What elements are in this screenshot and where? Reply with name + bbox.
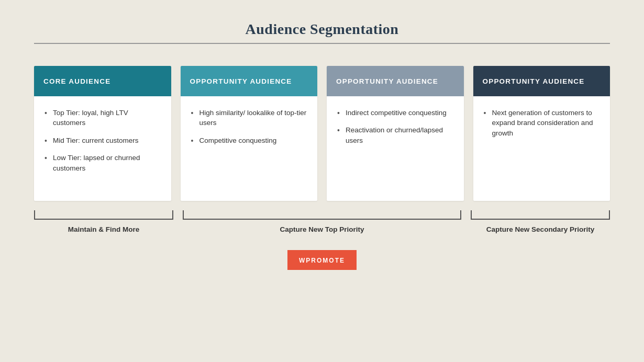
card-header-opp3: OPPORTUNITY AUDIENCE — [473, 66, 610, 96]
card-opp3: OPPORTUNITY AUDIENCE Next generation of … — [473, 66, 610, 201]
bracket-group-1: Maintain & Find More — [34, 210, 173, 235]
list-item: Low Tier: lapsed or churned customers — [45, 153, 161, 173]
list-item: Top Tier: loyal, high LTV customers — [45, 108, 161, 128]
bracket-line-1 — [34, 210, 173, 220]
brackets-row: Maintain & Find More Capture New Top Pri… — [34, 210, 610, 235]
card-bullets-opp2: Indirect competitive conquesting Reactiv… — [337, 108, 453, 146]
list-item: Mid Tier: current customers — [45, 135, 161, 146]
card-opp1: OPPORTUNITY AUDIENCE High similarity/ lo… — [181, 66, 318, 201]
list-item: Reactivation or churned/lapsed users — [337, 125, 453, 145]
card-bullets-opp3: Next generation of customers to expand b… — [484, 108, 600, 139]
bracket-line-2 — [183, 210, 461, 220]
card-bullets-opp1: High similarity/ lookalike of top-tier u… — [191, 108, 307, 146]
card-header-core-label: CORE AUDIENCE — [43, 77, 110, 85]
title-divider — [34, 43, 610, 44]
wpromote-badge: WPROMOTE — [287, 250, 357, 270]
list-item: Competitive conquesting — [191, 135, 307, 146]
main-content: CORE AUDIENCE Top Tier: loyal, high LTV … — [34, 66, 610, 235]
card-body-opp3: Next generation of customers to expand b… — [473, 96, 610, 201]
card-header-core: CORE AUDIENCE — [34, 66, 171, 96]
list-item: High similarity/ lookalike of top-tier u… — [191, 108, 307, 128]
card-body-opp2: Indirect competitive conquesting Reactiv… — [327, 96, 464, 201]
bracket-label-2: Capture New Top Priority — [280, 225, 364, 235]
card-body-core: Top Tier: loyal, high LTV customers Mid … — [34, 96, 171, 201]
wpromote-section: WPROMOTE — [287, 250, 357, 270]
card-header-opp1-label: OPPORTUNITY AUDIENCE — [190, 77, 292, 85]
cards-row: CORE AUDIENCE Top Tier: loyal, high LTV … — [34, 66, 610, 201]
card-header-opp3-label: OPPORTUNITY AUDIENCE — [483, 77, 585, 85]
bracket-group-2: Capture New Top Priority — [183, 210, 461, 235]
list-item: Next generation of customers to expand b… — [484, 108, 600, 139]
bracket-label-3: Capture New Secondary Priority — [486, 225, 594, 235]
card-opp2: OPPORTUNITY AUDIENCE Indirect competitiv… — [327, 66, 464, 201]
page-title: Audience Segmentation — [0, 21, 644, 38]
card-header-opp2-label: OPPORTUNITY AUDIENCE — [336, 77, 438, 85]
bracket-line-3 — [471, 210, 610, 220]
wpromote-label: WPROMOTE — [299, 257, 345, 264]
card-bullets-core: Top Tier: loyal, high LTV customers Mid … — [45, 108, 161, 174]
card-core: CORE AUDIENCE Top Tier: loyal, high LTV … — [34, 66, 171, 201]
card-body-opp1: High similarity/ lookalike of top-tier u… — [181, 96, 318, 201]
card-header-opp2: OPPORTUNITY AUDIENCE — [327, 66, 464, 96]
bracket-label-1: Maintain & Find More — [68, 225, 140, 235]
list-item: Indirect competitive conquesting — [337, 108, 453, 118]
bracket-group-3: Capture New Secondary Priority — [471, 210, 610, 235]
title-section: Audience Segmentation — [0, 0, 644, 50]
card-header-opp1: OPPORTUNITY AUDIENCE — [181, 66, 318, 96]
